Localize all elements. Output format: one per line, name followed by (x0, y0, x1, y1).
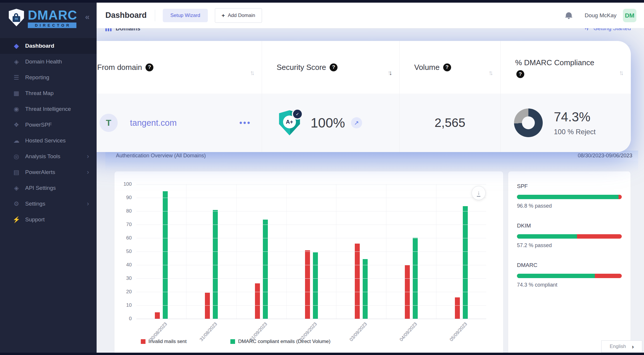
gridline: 70 (136, 225, 486, 225)
bar (313, 252, 318, 319)
column-header-from-domain[interactable]: From domain ? ↑↓ (83, 41, 262, 94)
sidebar-item-powerspf[interactable]: ❖PowerSPF (0, 117, 97, 133)
stat-label: DKIM (517, 223, 622, 229)
bar (305, 250, 310, 319)
bar-group (436, 185, 486, 319)
logo-title: DMARC (28, 9, 77, 22)
legend-item: Invalid mails sent (141, 339, 186, 344)
sidebar-item-label: Hosted Services (25, 137, 66, 144)
y-axis-tick: 50 (126, 249, 132, 254)
settings-icon: ⚙ (11, 200, 22, 207)
bar-group (186, 185, 236, 319)
security-grade-shield-icon: A+ ✓ (278, 110, 301, 135)
compliance-donut-chart (514, 108, 543, 137)
threat-map-icon: ▦ (11, 90, 22, 97)
poweralerts-icon: ▤ (11, 169, 22, 176)
column-header-volume[interactable]: Volume ? ↑↓ (400, 41, 500, 94)
sidebar-item-label: Settings (25, 201, 45, 207)
sidebar-item-hosted-services[interactable]: ☁Hosted Services (0, 133, 97, 149)
stat-caption: 74.3 % compliant (517, 282, 622, 288)
check-badge-icon: ✓ (292, 108, 303, 120)
domain-health-icon: ◈ (11, 58, 22, 65)
bar (213, 210, 218, 319)
sidebar-item-support[interactable]: ⚡Support (0, 212, 97, 228)
help-icon[interactable]: ? (516, 70, 524, 78)
help-icon[interactable]: ? (145, 63, 153, 71)
domain-initial-avatar: T (100, 114, 118, 132)
gridline: 30 (136, 278, 486, 279)
window-bottom-edge (0, 353, 644, 355)
volume-value: 2,565 (434, 116, 465, 130)
stat-progress-bar (517, 274, 622, 278)
language-selector[interactable]: English › (601, 340, 642, 353)
sidebar-item-label: Domain Health (25, 58, 62, 65)
sort-icons[interactable]: ↑↓ (489, 69, 493, 77)
sidebar-item-api-settings[interactable]: ◈API Settings (0, 180, 97, 196)
row-menu-icon[interactable]: ••• (239, 118, 251, 127)
stat-caption: 96.8 % passed (517, 203, 622, 209)
legend-label: DMARC compliant emails (Direct Volume) (238, 339, 330, 344)
sidebar-item-analysis-tools[interactable]: ◎Analysis Tools› (0, 149, 97, 164)
sidebar-item-reporting[interactable]: ☰Reporting (0, 70, 97, 85)
chart-legend: Invalid mails sentDMARC compliant emails… (141, 339, 330, 344)
sidebar-collapse-icon[interactable]: « (85, 12, 90, 22)
x-axis-label: 03/09/2023 (336, 319, 386, 324)
help-icon[interactable]: ? (443, 63, 451, 71)
chevron-right-icon: › (87, 153, 89, 160)
add-domain-button[interactable]: + Add Domain (215, 8, 262, 23)
add-domain-label: Add Domain (228, 13, 255, 18)
x-axis-label: 05/09/2023 (436, 319, 486, 324)
gridline: 40 (136, 265, 486, 265)
y-axis-tick: 100 (124, 181, 132, 187)
y-axis-tick: 40 (126, 262, 132, 268)
column-header-dmarc-compliance[interactable]: % DMARC Compliance ? ↑↓ (501, 41, 631, 94)
sidebar-item-label: API Settings (25, 185, 56, 191)
sidebar-item-dashboard[interactable]: ◆Dashboard (0, 38, 97, 54)
legend-item: DMARC compliant emails (Direct Volume) (230, 339, 330, 344)
gridline: 100 (136, 184, 486, 185)
sort-icons[interactable]: ↑↓ (388, 69, 392, 77)
stat-spf: SPF96.8 % passed (517, 183, 622, 209)
user-name[interactable]: Doug McKay (585, 12, 616, 19)
sidebar-item-label: Analysis Tools (25, 153, 60, 160)
domain-link[interactable]: tangent.com (130, 118, 177, 128)
sidebar-item-label: PowerSPF (25, 122, 52, 128)
user-avatar[interactable]: DM (623, 9, 636, 22)
auth-stats-card: SPF96.8 % passedDKIM57.2 % passedDMARC74… (508, 171, 631, 355)
sort-icons[interactable]: ↑↓ (619, 69, 624, 77)
analysis-tools-icon: ◎ (11, 153, 22, 160)
sort-icons[interactable]: ↑↓ (250, 69, 255, 77)
notifications-bell-icon[interactable] (565, 12, 572, 19)
sidebar-item-domain-health[interactable]: ◈Domain Health (0, 54, 97, 70)
sidebar-item-threat-map[interactable]: ▦Threat Map (0, 85, 97, 101)
setup-wizard-button[interactable]: Setup Wizard (163, 9, 208, 22)
chart-download-button[interactable]: ↓ (472, 186, 486, 200)
sidebar-item-threat-intelligence[interactable]: ◉Threat Intelligence (0, 101, 97, 117)
sidebar-item-label: Support (25, 216, 45, 223)
x-axis-label: 01/09/2023 (236, 319, 286, 324)
stat-progress-fill (517, 274, 595, 278)
column-header-security-score[interactable]: Security Score ? ↑↓ (262, 41, 399, 94)
page-title: Dashboard (105, 11, 147, 20)
sidebar-item-poweralerts[interactable]: ▤PowerAlerts› (0, 164, 97, 180)
logo-subtitle: DIRECTOR (28, 23, 76, 28)
table-row-score-cell: A+ ✓ 100% ↗ (262, 94, 399, 152)
language-label: English (610, 344, 626, 349)
bar (163, 191, 168, 319)
stat-progress-bar (517, 195, 622, 199)
api-settings-icon: ◈ (11, 185, 22, 192)
auth-overview-header: Authentication Overview (All Domains) 08… (105, 151, 638, 161)
gridline: 50 (136, 251, 486, 252)
score-trend-icon[interactable]: ↗ (351, 117, 362, 128)
gridline: 90 (136, 198, 486, 198)
stat-progress-bar (517, 234, 622, 239)
bar (363, 259, 368, 319)
stat-dmarc: DMARC74.3 % compliant (517, 262, 622, 288)
help-icon[interactable]: ? (330, 63, 338, 71)
sidebar-item-settings[interactable]: ⚙Settings› (0, 196, 97, 212)
legend-swatch (230, 339, 235, 344)
compliance-note: 100 % Reject (554, 128, 596, 136)
chevron-right-icon: › (632, 343, 634, 350)
auth-overview-chart-card: ↓ 30/08/202331/08/202301/09/202302/09/20… (114, 171, 503, 355)
topbar: Dashboard Setup Wizard + Add Domain Doug… (97, 3, 644, 28)
